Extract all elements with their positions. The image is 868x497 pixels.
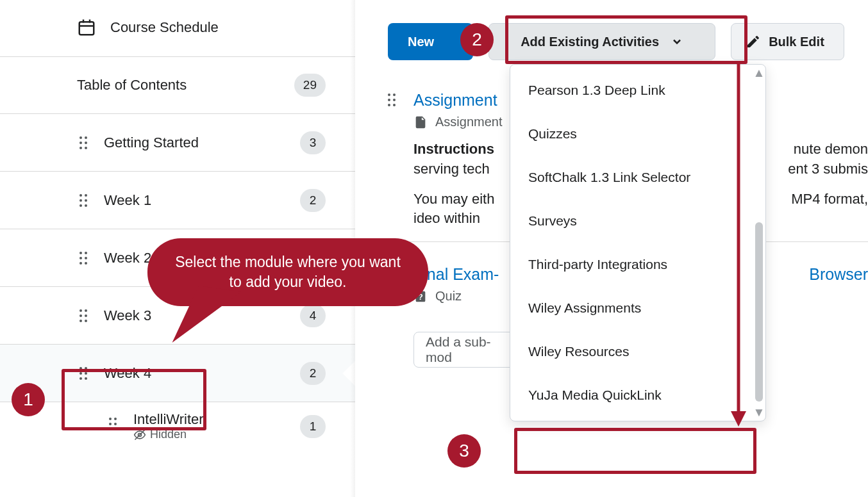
drag-handle-icon[interactable] [388, 94, 398, 106]
menu-item-surveys[interactable]: Surveys [510, 199, 765, 243]
count-badge: 3 [300, 131, 326, 154]
table-of-contents-link[interactable]: Table of Contents 29 [0, 56, 355, 114]
dropdown-scrollbar[interactable]: ▲ ▼ [755, 69, 763, 417]
hidden-icon [133, 428, 146, 441]
count-badge: 1 [300, 415, 326, 438]
bulk-edit-button[interactable]: Bulk Edit [731, 23, 844, 60]
sidebar-item-label: IntelliWriter [133, 411, 300, 428]
drag-handle-icon[interactable] [109, 418, 119, 430]
course-schedule-link[interactable]: Course Schedule [0, 18, 355, 56]
content-item-type: Quiz [435, 289, 462, 304]
annotation-speech-bubble: Select the module where you want to add … [147, 238, 428, 306]
add-existing-activities-menu: Pearson 1.3 Deep Link Quizzes SoftChalk … [510, 64, 766, 421]
sidebar-item-label: Week 1 [104, 192, 300, 209]
calendar-icon [77, 18, 96, 37]
sidebar-item-label: Week 4 [104, 365, 300, 382]
annotation-step-2: 2 [460, 23, 494, 56]
toc-label: Table of Contents [77, 77, 294, 94]
count-badge: 4 [300, 304, 326, 327]
pencil-icon [746, 34, 761, 49]
sidebar-item-intelliwriter[interactable]: IntelliWriter Hidden 1 [0, 402, 355, 450]
drag-handle-icon[interactable] [79, 309, 90, 322]
svg-rect-0 [79, 22, 94, 35]
sidebar-item-week-4[interactable]: Week 4 2 [0, 345, 355, 402]
drag-handle-icon[interactable] [79, 194, 90, 207]
hidden-label: Hidden [150, 428, 187, 441]
add-existing-activities-button[interactable]: Add Existing Activities [488, 23, 715, 60]
count-badge: 2 [300, 189, 326, 212]
scroll-down-icon[interactable]: ▼ [755, 408, 763, 417]
menu-item-quizzes[interactable]: Quizzes [510, 112, 765, 156]
course-schedule-label: Course Schedule [110, 19, 219, 36]
annotation-step-3: 3 [447, 434, 481, 468]
count-badge: 2 [300, 362, 326, 385]
chevron-down-icon [671, 35, 683, 48]
menu-item-yuja-media-quicklink[interactable]: YuJa Media QuickLink [510, 373, 765, 417]
sidebar-item-label: Getting Started [104, 134, 300, 151]
drag-handle-icon[interactable] [79, 252, 90, 265]
menu-item-wiley-assignments[interactable]: Wiley Assignments [510, 286, 765, 330]
add-existing-label: Add Existing Activities [521, 35, 659, 49]
drag-handle-icon[interactable] [79, 136, 90, 149]
drag-handle-icon[interactable] [79, 367, 90, 380]
sidebar-item-getting-started[interactable]: Getting Started 3 [0, 114, 355, 172]
menu-item-wiley-resources[interactable]: Wiley Resources [510, 330, 765, 373]
menu-item-pearson-deep-link[interactable]: Pearson 1.3 Deep Link [510, 69, 765, 112]
menu-item-third-party-integrations[interactable]: Third-party Integrations [510, 243, 765, 286]
content-item-type: Assignment [435, 115, 503, 129]
bulk-edit-label: Bulk Edit [769, 35, 824, 49]
sidebar-item-week-1[interactable]: Week 1 2 [0, 172, 355, 229]
menu-item-softchalk-link-selector[interactable]: SoftChalk 1.3 Link Selector [510, 156, 765, 199]
toc-count-badge: 29 [294, 74, 326, 97]
new-button-label: New [408, 35, 434, 49]
assignment-icon [413, 115, 428, 129]
annotation-step-1: 1 [12, 383, 45, 416]
